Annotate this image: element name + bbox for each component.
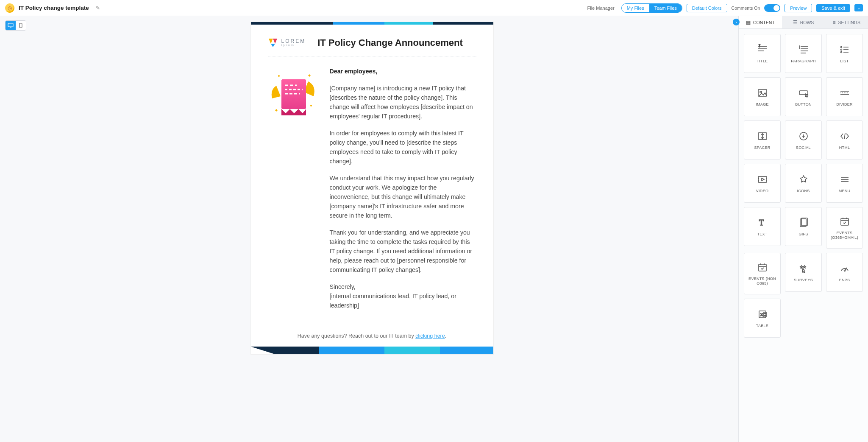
svg-point-25 xyxy=(840,51,842,53)
events-non-o365-icon xyxy=(757,261,768,273)
tile-image[interactable]: IMAGE xyxy=(744,77,781,116)
tile-table[interactable]: XTABLE xyxy=(744,299,781,338)
tile-label: SPACER xyxy=(752,145,772,150)
content-tiles-grid: TTITLEPARAGRAPHLISTIMAGEBUTTONDIVIDERSPA… xyxy=(739,29,868,442)
divider-icon xyxy=(839,87,850,99)
top-bar: ◎ IT Policy change template ✎ File Manag… xyxy=(0,0,868,16)
menu-icon xyxy=(839,173,850,185)
file-manager-label[interactable]: File Manager xyxy=(587,6,615,11)
tile-label: HTML xyxy=(837,145,852,150)
enps-icon xyxy=(839,263,850,274)
grid-icon: ▦ xyxy=(746,20,751,25)
announcement-illustration xyxy=(268,67,319,318)
tile-label: ENPS xyxy=(837,278,852,283)
tile-label: GIFS xyxy=(797,232,810,237)
svg-point-21 xyxy=(840,46,842,48)
svg-point-28 xyxy=(760,91,762,93)
email-header-row: LOREMipsum IT Policy Change Announcement xyxy=(268,37,476,56)
svg-rect-2 xyxy=(19,23,22,28)
table-icon: X xyxy=(757,308,768,320)
tile-label: VIDEO xyxy=(754,189,771,193)
email-bottom-decoration xyxy=(251,347,493,354)
default-colors-button[interactable]: Default Colors xyxy=(687,4,727,12)
workspace: LOREMipsum IT Policy Change Announcement xyxy=(0,16,868,442)
tab-rows[interactable]: ☰ROWS xyxy=(782,16,825,28)
paragraph-icon xyxy=(798,44,809,56)
my-files-tab[interactable]: My Files xyxy=(622,4,649,12)
right-panel: › ▦CONTENT ☰ROWS ≡SETTINGS TTITLEPARAGRA… xyxy=(738,16,868,442)
tile-list[interactable]: LIST xyxy=(826,34,863,73)
tile-paragraph[interactable]: PARAGRAPH xyxy=(785,34,822,73)
social-icon xyxy=(798,130,809,142)
tile-button[interactable]: BUTTON xyxy=(785,77,822,116)
svg-marker-5 xyxy=(271,44,275,47)
svg-rect-39 xyxy=(759,176,766,182)
tile-label: DIVIDER xyxy=(835,102,854,107)
svg-point-11 xyxy=(278,75,280,77)
email-signoff: Sincerely,[internal communications lead,… xyxy=(330,282,476,310)
svg-point-23 xyxy=(840,49,842,50)
tile-divider[interactable]: DIVIDER xyxy=(826,77,863,116)
email-body[interactable]: Dear employees, [Company name] is introd… xyxy=(330,67,476,318)
svg-rect-0 xyxy=(8,23,13,27)
comments-label: Comments On xyxy=(732,6,760,11)
gifs-icon xyxy=(798,217,809,229)
footer-link[interactable]: clicking here xyxy=(415,333,445,339)
brand-logo: LOREMipsum xyxy=(268,38,306,48)
tile-label: TABLE xyxy=(754,324,770,328)
viewport-switch xyxy=(5,20,26,31)
svg-text:T: T xyxy=(759,218,764,227)
email-footer[interactable]: Have any questions? Reach out to our IT … xyxy=(251,329,493,347)
tile-title[interactable]: TTITLE xyxy=(744,34,781,73)
email-paragraph-3: We understand that this may impact how y… xyxy=(330,173,476,220)
tile-label: SOCIAL xyxy=(794,145,812,150)
tile-icons[interactable]: ICONS xyxy=(785,164,822,203)
email-title[interactable]: IT Policy Change Announcement xyxy=(317,37,463,48)
tile-events-non-o365[interactable]: EVENTS (NON O365) xyxy=(744,253,781,294)
text-icon: T xyxy=(757,217,768,229)
email-preview[interactable]: LOREMipsum IT Policy Change Announcement xyxy=(251,22,493,354)
email-paragraph-2: In order for employees to comply with th… xyxy=(330,129,476,166)
mobile-view-icon[interactable] xyxy=(16,21,26,30)
tile-surveys[interactable]: SURVEYS xyxy=(785,253,822,292)
tile-label: TEXT xyxy=(755,232,769,237)
tile-video[interactable]: VIDEO xyxy=(744,164,781,203)
footer-text: Have any questions? Reach out to our IT … xyxy=(298,333,415,339)
save-exit-button[interactable]: Save & exit xyxy=(816,4,850,12)
team-files-tab[interactable]: Team Files xyxy=(649,4,682,12)
canvas-area[interactable]: LOREMipsum IT Policy Change Announcement xyxy=(6,16,738,442)
comments-toggle[interactable] xyxy=(764,4,780,12)
preview-button[interactable]: Preview xyxy=(785,4,812,12)
tile-html[interactable]: HTML xyxy=(826,120,863,159)
svg-marker-4 xyxy=(273,39,277,44)
desktop-view-icon[interactable] xyxy=(6,21,16,30)
tile-spacer[interactable]: SPACER xyxy=(744,120,781,159)
tile-label: PARAGRAPH xyxy=(789,59,818,64)
document-title[interactable]: IT Policy change template xyxy=(19,5,89,11)
icons-icon xyxy=(798,173,809,185)
edit-title-icon[interactable]: ✎ xyxy=(96,5,100,11)
tab-settings[interactable]: ≡SETTINGS xyxy=(825,16,868,28)
email-paragraph-1: [Company name] is introducing a new IT p… xyxy=(330,84,476,121)
tab-content[interactable]: ▦CONTENT xyxy=(739,16,782,28)
events-o365-icon xyxy=(839,215,850,227)
rows-icon: ☰ xyxy=(793,20,798,25)
tile-gifs[interactable]: GIFS xyxy=(785,207,822,246)
tile-text[interactable]: TTEXT xyxy=(744,207,781,246)
tile-menu[interactable]: MENU xyxy=(826,164,863,203)
panel-tabs: ▦CONTENT ☰ROWS ≡SETTINGS xyxy=(739,16,868,29)
collapse-panel-icon[interactable]: › xyxy=(733,19,740,25)
image-icon xyxy=(757,87,768,99)
svg-rect-48 xyxy=(841,218,849,225)
surveys-icon xyxy=(798,263,809,274)
brand-sub: ipsum xyxy=(281,44,306,47)
tile-label: EVENTS (NON O365) xyxy=(744,277,780,286)
tile-social[interactable]: SOCIAL xyxy=(785,120,822,159)
tile-label: EVENTS (O365+GMAIL) xyxy=(826,231,862,240)
list-icon xyxy=(839,44,850,56)
tile-events-o365[interactable]: EVENTS (O365+GMAIL) xyxy=(826,207,863,249)
files-scope-toggle[interactable]: My Files Team Files xyxy=(621,3,682,13)
save-exit-dropdown[interactable]: ⌄ xyxy=(854,4,863,11)
tile-enps[interactable]: ENPS xyxy=(826,253,863,292)
tile-label: ICONS xyxy=(795,189,811,193)
